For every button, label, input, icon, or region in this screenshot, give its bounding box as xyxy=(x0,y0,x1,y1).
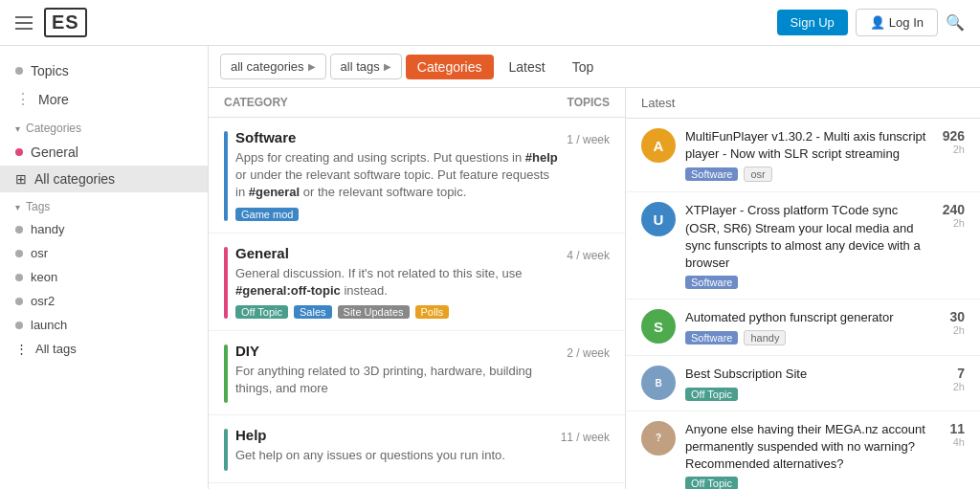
list-item: U XTPlayer - Cross platform TCode sync (… xyxy=(626,192,980,300)
more-icon: ⋮ xyxy=(15,90,31,108)
tab-categories[interactable]: Categories xyxy=(406,55,494,79)
tag-osr[interactable]: osr xyxy=(744,167,771,182)
tab-latest[interactable]: Latest xyxy=(498,55,557,79)
reply-count: 30 xyxy=(949,309,965,324)
content-area: all categories ▶ all tags ▶ Categories L… xyxy=(209,46,980,489)
sidebar-item-all-categories[interactable]: ⊞ All categories xyxy=(0,166,208,192)
latest-right: 926 2h xyxy=(943,128,965,155)
table-row: Help Get help on any issues or questions… xyxy=(209,415,625,482)
category-desc-software: Apps for creating and using scripts. Put… xyxy=(235,149,559,202)
tag-siteupdates[interactable]: Site Updates xyxy=(338,305,410,319)
latest-body: Best Subscription Site Off Topic xyxy=(685,366,944,400)
category-count-help: 11 / week xyxy=(561,427,610,470)
tag-software[interactable]: Software xyxy=(685,167,738,181)
sidebar-section-categories[interactable]: ▾ Categories xyxy=(0,114,208,139)
dropdown-arrow-icon: ▶ xyxy=(384,61,391,72)
grid-icon: ⊞ xyxy=(15,171,27,187)
avatar: ? xyxy=(641,421,676,456)
search-button[interactable]: 🔍 xyxy=(946,13,965,32)
latest-title[interactable]: MultiFunPlayer v1.30.2 - Multi axis funs… xyxy=(685,128,933,163)
sidebar-tag-osr[interactable]: osr xyxy=(0,241,208,265)
user-icon: 👤 xyxy=(870,15,885,30)
all-tags-dropdown[interactable]: all tags ▶ xyxy=(330,54,402,79)
tag-dot-icon xyxy=(15,250,23,257)
category-desc-diy: For anything related to 3D printing, har… xyxy=(235,363,559,397)
tag-polls[interactable]: Polls xyxy=(415,305,450,319)
sidebar-all-tags[interactable]: ⋮ All tags xyxy=(0,337,208,361)
category-desc-help: Get help on any issues or questions you … xyxy=(235,447,553,464)
reply-count: 240 xyxy=(943,202,965,217)
list-item: S Automated python funscript generator S… xyxy=(626,300,980,356)
split-content: Category Topics Software Apps for creati… xyxy=(209,88,980,489)
tag-handy[interactable]: handy xyxy=(744,330,786,345)
tag-dot-icon xyxy=(15,322,23,329)
signup-button[interactable]: Sign Up xyxy=(777,10,848,35)
sidebar-item-more[interactable]: ⋮ More xyxy=(0,84,208,114)
post-time: 2h xyxy=(953,144,965,155)
avatar: A xyxy=(641,128,676,163)
sidebar-tag-launch[interactable]: launch xyxy=(0,313,208,337)
latest-right: 30 2h xyxy=(949,309,965,336)
sidebar-tag-handy[interactable]: handy xyxy=(0,217,208,241)
sidebar-tag-osr2[interactable]: osr2 xyxy=(0,289,208,313)
list-item: A MultiFunPlayer v1.30.2 - Multi axis fu… xyxy=(626,119,980,192)
tag-software[interactable]: Software xyxy=(685,331,738,345)
sidebar-tag-keon[interactable]: keon xyxy=(0,265,208,289)
latest-title[interactable]: Best Subscription Site xyxy=(685,366,944,383)
reply-count: 11 xyxy=(949,421,965,436)
categories-panel: Category Topics Software Apps for creati… xyxy=(209,88,626,489)
latest-title[interactable]: Automated python funscript generator xyxy=(685,309,940,326)
header-left: ES xyxy=(15,8,87,37)
category-tags-general: Off Topic Sales Site Updates Polls xyxy=(235,305,559,319)
tag-dot-icon xyxy=(15,274,23,281)
table-row: General General discussion. If it's not … xyxy=(209,233,625,331)
login-button[interactable]: 👤 Log In xyxy=(856,9,938,36)
logo: ES xyxy=(44,8,87,37)
all-categories-dropdown[interactable]: all categories ▶ xyxy=(220,54,326,79)
latest-title[interactable]: XTPlayer - Cross platform TCode sync (OS… xyxy=(685,202,933,272)
latest-right: 11 4h xyxy=(949,421,965,448)
category-title-software[interactable]: Software xyxy=(235,129,559,145)
tag-dot-icon xyxy=(15,298,23,305)
dropdown-arrow-icon: ▶ xyxy=(308,61,316,72)
tag-sales[interactable]: Sales xyxy=(294,305,332,319)
tag-offtopic[interactable]: Off Topic xyxy=(685,477,738,489)
sidebar-section-tags[interactable]: ▾ Tags xyxy=(0,192,208,217)
category-bar-software xyxy=(224,131,228,221)
latest-body: Anyone else having their MEGA.nz account… xyxy=(685,421,940,490)
tab-top[interactable]: Top xyxy=(561,55,606,79)
hamburger-icon[interactable] xyxy=(15,16,33,30)
category-content-general: General General discussion. If it's not … xyxy=(235,245,559,319)
header: ES Sign Up 👤 Log In 🔍 xyxy=(0,0,980,46)
latest-body: XTPlayer - Cross platform TCode sync (OS… xyxy=(685,202,933,289)
category-content-diy: DIY For anything related to 3D printing,… xyxy=(235,343,559,403)
latest-meta: Software osr xyxy=(685,167,933,182)
latest-header: Latest xyxy=(626,88,980,119)
tag-offtopic[interactable]: Off Topic xyxy=(685,388,738,401)
tag-gamemod[interactable]: Game mod xyxy=(235,208,299,221)
table-row: howto Collection of tutorials, frequentl… xyxy=(209,483,625,490)
table-row: DIY For anything related to 3D printing,… xyxy=(209,331,625,415)
categories-table-header: Category Topics xyxy=(209,88,625,118)
table-row: Software Apps for creating and using scr… xyxy=(209,118,625,233)
list-icon: ⋮ xyxy=(15,342,28,356)
reply-count: 7 xyxy=(957,366,965,381)
category-desc-general: General discussion. If it's not related … xyxy=(235,265,559,300)
latest-title[interactable]: Anyone else having their MEGA.nz account… xyxy=(685,421,940,474)
category-bar-diy xyxy=(224,345,228,403)
tag-dot-icon xyxy=(15,226,23,233)
tag-offtopic[interactable]: Off Topic xyxy=(235,305,288,319)
latest-meta: Off Topic xyxy=(685,388,944,401)
sidebar-item-general[interactable]: General xyxy=(0,139,208,166)
general-dot-icon xyxy=(15,148,23,156)
category-title-help[interactable]: Help xyxy=(235,427,553,443)
avatar: B xyxy=(641,366,676,400)
post-time: 2h xyxy=(953,324,965,336)
post-time: 2h xyxy=(953,217,965,229)
category-title-general[interactable]: General xyxy=(235,245,559,261)
list-item: B Best Subscription Site Off Topic 7 2h xyxy=(626,356,980,411)
sidebar-item-topics[interactable]: Topics xyxy=(0,57,208,84)
category-content-help: Help Get help on any issues or questions… xyxy=(235,427,553,470)
category-title-diy[interactable]: DIY xyxy=(235,343,559,359)
tag-software[interactable]: Software xyxy=(685,276,738,289)
